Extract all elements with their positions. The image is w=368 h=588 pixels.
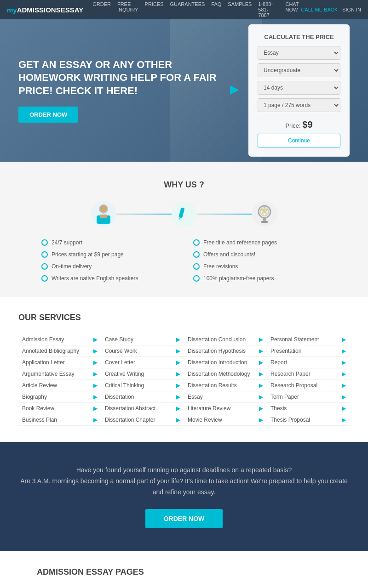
arrow-icon-30: ▶	[342, 394, 346, 400]
service-col-2: Case Study▶ Course Work▶ Cover Letter▶ C…	[101, 334, 184, 426]
svg-rect-11	[261, 221, 268, 223]
list-item[interactable]: Book Review▶	[18, 403, 101, 414]
price-label: Price:	[285, 122, 300, 129]
calc-deadline-select[interactable]: 14 days	[258, 81, 340, 95]
arrow-icon-13: ▶	[176, 382, 180, 389]
nav-free-inquiry[interactable]: FREE INQUIRY	[117, 1, 138, 18]
radio-dot-2	[41, 251, 48, 258]
arrow-icon-16: ▶	[176, 417, 180, 423]
arrow-icon	[230, 83, 244, 97]
list-item[interactable]: Research Proposal▶	[267, 380, 350, 391]
radio-dot-1	[41, 239, 48, 246]
list-item[interactable]: Dissertation Conclusion▶	[184, 334, 267, 345]
arrow-icon-11: ▶	[176, 359, 180, 366]
feature-on-time: On-time delivery	[41, 262, 175, 271]
arrow-icon-32: ▶	[342, 417, 346, 423]
logo-brand: ADMISSIONSESSAY	[17, 6, 84, 14]
list-item[interactable]: Term Paper▶	[267, 391, 350, 403]
list-item[interactable]: Thesis▶	[267, 403, 350, 414]
arrow-icon-12: ▶	[176, 371, 180, 377]
radio-dot-4	[41, 275, 48, 282]
calc-pages-select[interactable]: 1 page / 275 words	[258, 98, 340, 112]
logo-my: my	[7, 6, 17, 14]
list-item[interactable]: Article Review▶	[18, 380, 101, 391]
list-item[interactable]: Dissertation▶	[101, 391, 184, 403]
services-grid: Admission Essay▶ Annotated Bibliography▶…	[18, 334, 350, 426]
list-item[interactable]: Case Study▶	[101, 334, 184, 345]
hero-section: GET AN ESSAY OR ANY OTHER HOMEWORK WRITI…	[0, 19, 368, 162]
list-item[interactable]: Critical Thinking▶	[101, 380, 184, 391]
arrow-icon-17: ▶	[259, 336, 263, 343]
list-item[interactable]: Application Letter▶	[18, 357, 101, 368]
list-item[interactable]: Dissertation Introduction▶	[184, 357, 267, 368]
arrow-icon-4: ▶	[93, 371, 98, 377]
nav-prices[interactable]: PRICES	[145, 1, 164, 18]
radio-dot-3	[41, 263, 48, 270]
list-item[interactable]: Creative Writing▶	[101, 368, 184, 380]
arrow-icon-31: ▶	[342, 405, 346, 412]
list-item[interactable]: Admission Essay▶	[18, 334, 101, 345]
arrow-icon-28: ▶	[342, 371, 346, 377]
cta-order-button[interactable]: ORDER NOW	[145, 509, 223, 528]
list-item[interactable]: Dissertation Hypothesis▶	[184, 345, 267, 357]
logo[interactable]: myADMISSIONSESSAY	[7, 6, 83, 14]
list-item[interactable]: Thesis Proposal▶	[267, 414, 350, 426]
svg-marker-6	[179, 218, 181, 220]
navbar: myADMISSIONSESSAY ORDER FREE INQUIRY PRI…	[0, 0, 368, 19]
features-grid: 24/7 support Free title and reference pa…	[41, 238, 327, 283]
arrow-icon-22: ▶	[259, 394, 263, 400]
list-item[interactable]: Report▶	[267, 357, 350, 368]
arrow-icon-23: ▶	[259, 405, 263, 412]
list-item[interactable]: Argumentative Essay▶	[18, 368, 101, 380]
list-item[interactable]: Research Paper▶	[267, 368, 350, 380]
list-item[interactable]: Dissertation Results▶	[184, 380, 267, 391]
nav-order[interactable]: ORDER	[92, 1, 111, 18]
cta-text: Have you found yourself running up again…	[18, 465, 350, 498]
nav-guarantees[interactable]: GUARANTEES	[170, 1, 205, 18]
list-item[interactable]: Course Work▶	[101, 345, 184, 357]
arrow-icon-26: ▶	[342, 348, 346, 354]
nav-sign-in[interactable]: SIGN IN	[342, 7, 361, 12]
svg-point-4	[100, 205, 107, 212]
calc-continue-button[interactable]: Continue	[258, 134, 340, 147]
arrow-icon-18: ▶	[259, 348, 263, 354]
list-item[interactable]: Movie Review▶	[184, 414, 267, 426]
pen-icon-step	[172, 201, 197, 226]
step-1	[91, 201, 116, 226]
nav-samples[interactable]: SAMPLES	[228, 1, 252, 18]
svg-rect-3	[100, 215, 107, 218]
list-item[interactable]: Dissertation Chapter▶	[101, 414, 184, 426]
radio-dot-5	[193, 239, 200, 246]
nav-phone[interactable]: 1-888-581-7887	[258, 1, 279, 18]
arrow-icon-1: ▶	[93, 336, 98, 343]
hero-order-button[interactable]: ORDER NOW	[18, 107, 78, 123]
services-section: OUR SERVICES Admission Essay▶ Annotated …	[0, 297, 368, 442]
pen-svg	[176, 206, 192, 222]
nav-faq[interactable]: FAQ	[211, 1, 221, 18]
list-item[interactable]: Dissertation Abstract▶	[101, 403, 184, 414]
list-item[interactable]: Dissertation Methodology▶	[184, 368, 267, 380]
step-3	[252, 201, 277, 226]
calc-level-select[interactable]: Undergraduate	[258, 63, 340, 77]
list-item[interactable]: Cover Letter▶	[101, 357, 184, 368]
svg-marker-0	[230, 85, 239, 95]
calc-title: CALCULATE THE PRICE	[258, 34, 340, 40]
arrow-icon-20: ▶	[259, 371, 263, 377]
arrow-icon-25: ▶	[342, 336, 346, 343]
feature-native-writers: Writers are native English speakers	[41, 274, 175, 283]
list-item[interactable]: Personal Statement▶	[267, 334, 350, 345]
list-item[interactable]: Business Plan▶	[18, 414, 101, 426]
arrow-icon-24: ▶	[259, 417, 263, 423]
arrow-icon-15: ▶	[176, 405, 180, 412]
list-item[interactable]: Annotated Bibliography▶	[18, 345, 101, 357]
list-item[interactable]: Essay▶	[184, 391, 267, 403]
service-col-1: Admission Essay▶ Annotated Bibliography▶…	[18, 334, 101, 426]
calc-type-select[interactable]: Essay	[258, 46, 340, 60]
list-item[interactable]: Literature Review▶	[184, 403, 267, 414]
list-item[interactable]: Biography▶	[18, 391, 101, 403]
nav-chat[interactable]: CHAT NOW	[285, 1, 301, 18]
list-item[interactable]: Presentation▶	[267, 345, 350, 357]
person-icon	[91, 201, 116, 226]
arrow-icon-9: ▶	[176, 336, 180, 343]
nav-call-back[interactable]: CALL ME BACK	[301, 7, 338, 12]
